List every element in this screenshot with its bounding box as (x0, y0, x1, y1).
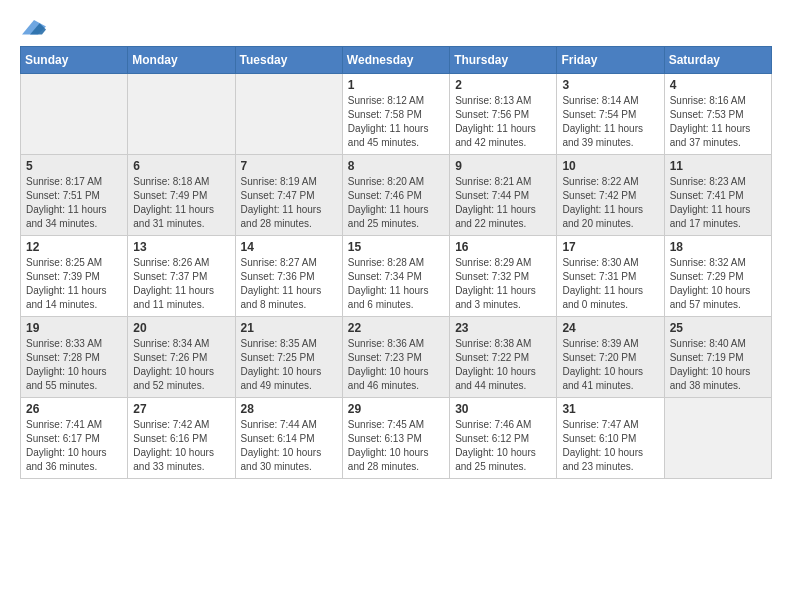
col-header-sunday: Sunday (21, 47, 128, 74)
day-info: Sunrise: 8:20 AM Sunset: 7:46 PM Dayligh… (348, 175, 444, 231)
week-row-4: 19Sunrise: 8:33 AM Sunset: 7:28 PM Dayli… (21, 317, 772, 398)
day-cell: 15Sunrise: 8:28 AM Sunset: 7:34 PM Dayli… (342, 236, 449, 317)
day-info: Sunrise: 8:39 AM Sunset: 7:20 PM Dayligh… (562, 337, 658, 393)
day-info: Sunrise: 8:17 AM Sunset: 7:51 PM Dayligh… (26, 175, 122, 231)
day-number: 5 (26, 159, 122, 173)
day-number: 12 (26, 240, 122, 254)
day-number: 27 (133, 402, 229, 416)
day-info: Sunrise: 7:42 AM Sunset: 6:16 PM Dayligh… (133, 418, 229, 474)
day-cell: 18Sunrise: 8:32 AM Sunset: 7:29 PM Dayli… (664, 236, 771, 317)
day-cell: 23Sunrise: 8:38 AM Sunset: 7:22 PM Dayli… (450, 317, 557, 398)
day-info: Sunrise: 7:44 AM Sunset: 6:14 PM Dayligh… (241, 418, 337, 474)
day-number: 31 (562, 402, 658, 416)
day-cell: 27Sunrise: 7:42 AM Sunset: 6:16 PM Dayli… (128, 398, 235, 479)
logo-icon (22, 16, 46, 40)
day-cell: 12Sunrise: 8:25 AM Sunset: 7:39 PM Dayli… (21, 236, 128, 317)
day-number: 13 (133, 240, 229, 254)
day-info: Sunrise: 8:14 AM Sunset: 7:54 PM Dayligh… (562, 94, 658, 150)
day-number: 20 (133, 321, 229, 335)
day-cell: 2Sunrise: 8:13 AM Sunset: 7:56 PM Daylig… (450, 74, 557, 155)
day-info: Sunrise: 8:34 AM Sunset: 7:26 PM Dayligh… (133, 337, 229, 393)
col-header-thursday: Thursday (450, 47, 557, 74)
day-number: 9 (455, 159, 551, 173)
day-number: 2 (455, 78, 551, 92)
day-info: Sunrise: 8:16 AM Sunset: 7:53 PM Dayligh… (670, 94, 766, 150)
day-info: Sunrise: 8:18 AM Sunset: 7:49 PM Dayligh… (133, 175, 229, 231)
week-row-5: 26Sunrise: 7:41 AM Sunset: 6:17 PM Dayli… (21, 398, 772, 479)
week-row-2: 5Sunrise: 8:17 AM Sunset: 7:51 PM Daylig… (21, 155, 772, 236)
day-cell: 7Sunrise: 8:19 AM Sunset: 7:47 PM Daylig… (235, 155, 342, 236)
day-number: 18 (670, 240, 766, 254)
day-number: 15 (348, 240, 444, 254)
day-number: 24 (562, 321, 658, 335)
day-number: 29 (348, 402, 444, 416)
day-number: 10 (562, 159, 658, 173)
day-info: Sunrise: 8:40 AM Sunset: 7:19 PM Dayligh… (670, 337, 766, 393)
col-header-friday: Friday (557, 47, 664, 74)
day-number: 14 (241, 240, 337, 254)
day-cell: 25Sunrise: 8:40 AM Sunset: 7:19 PM Dayli… (664, 317, 771, 398)
day-info: Sunrise: 8:35 AM Sunset: 7:25 PM Dayligh… (241, 337, 337, 393)
day-number: 11 (670, 159, 766, 173)
day-info: Sunrise: 7:45 AM Sunset: 6:13 PM Dayligh… (348, 418, 444, 474)
day-info: Sunrise: 8:23 AM Sunset: 7:41 PM Dayligh… (670, 175, 766, 231)
day-cell: 30Sunrise: 7:46 AM Sunset: 6:12 PM Dayli… (450, 398, 557, 479)
col-header-tuesday: Tuesday (235, 47, 342, 74)
day-number: 26 (26, 402, 122, 416)
day-cell (128, 74, 235, 155)
day-info: Sunrise: 8:30 AM Sunset: 7:31 PM Dayligh… (562, 256, 658, 312)
day-info: Sunrise: 8:12 AM Sunset: 7:58 PM Dayligh… (348, 94, 444, 150)
day-info: Sunrise: 8:33 AM Sunset: 7:28 PM Dayligh… (26, 337, 122, 393)
header (20, 16, 772, 36)
day-cell: 14Sunrise: 8:27 AM Sunset: 7:36 PM Dayli… (235, 236, 342, 317)
day-number: 6 (133, 159, 229, 173)
day-cell (21, 74, 128, 155)
day-cell: 9Sunrise: 8:21 AM Sunset: 7:44 PM Daylig… (450, 155, 557, 236)
day-cell: 29Sunrise: 7:45 AM Sunset: 6:13 PM Dayli… (342, 398, 449, 479)
day-cell: 8Sunrise: 8:20 AM Sunset: 7:46 PM Daylig… (342, 155, 449, 236)
day-cell: 31Sunrise: 7:47 AM Sunset: 6:10 PM Dayli… (557, 398, 664, 479)
day-cell: 3Sunrise: 8:14 AM Sunset: 7:54 PM Daylig… (557, 74, 664, 155)
day-number: 4 (670, 78, 766, 92)
day-cell: 17Sunrise: 8:30 AM Sunset: 7:31 PM Dayli… (557, 236, 664, 317)
day-cell (664, 398, 771, 479)
day-number: 19 (26, 321, 122, 335)
week-row-1: 1Sunrise: 8:12 AM Sunset: 7:58 PM Daylig… (21, 74, 772, 155)
day-info: Sunrise: 8:25 AM Sunset: 7:39 PM Dayligh… (26, 256, 122, 312)
day-info: Sunrise: 8:19 AM Sunset: 7:47 PM Dayligh… (241, 175, 337, 231)
day-number: 16 (455, 240, 551, 254)
day-number: 17 (562, 240, 658, 254)
day-info: Sunrise: 8:38 AM Sunset: 7:22 PM Dayligh… (455, 337, 551, 393)
day-number: 25 (670, 321, 766, 335)
day-info: Sunrise: 7:41 AM Sunset: 6:17 PM Dayligh… (26, 418, 122, 474)
day-number: 21 (241, 321, 337, 335)
day-cell: 22Sunrise: 8:36 AM Sunset: 7:23 PM Dayli… (342, 317, 449, 398)
col-header-wednesday: Wednesday (342, 47, 449, 74)
header-row: SundayMondayTuesdayWednesdayThursdayFrid… (21, 47, 772, 74)
day-number: 22 (348, 321, 444, 335)
day-cell: 10Sunrise: 8:22 AM Sunset: 7:42 PM Dayli… (557, 155, 664, 236)
week-row-3: 12Sunrise: 8:25 AM Sunset: 7:39 PM Dayli… (21, 236, 772, 317)
day-number: 30 (455, 402, 551, 416)
day-info: Sunrise: 7:47 AM Sunset: 6:10 PM Dayligh… (562, 418, 658, 474)
day-info: Sunrise: 8:28 AM Sunset: 7:34 PM Dayligh… (348, 256, 444, 312)
day-number: 1 (348, 78, 444, 92)
calendar-page: SundayMondayTuesdayWednesdayThursdayFrid… (0, 0, 792, 612)
day-info: Sunrise: 8:29 AM Sunset: 7:32 PM Dayligh… (455, 256, 551, 312)
day-cell: 19Sunrise: 8:33 AM Sunset: 7:28 PM Dayli… (21, 317, 128, 398)
day-cell: 1Sunrise: 8:12 AM Sunset: 7:58 PM Daylig… (342, 74, 449, 155)
day-cell (235, 74, 342, 155)
calendar-table: SundayMondayTuesdayWednesdayThursdayFrid… (20, 46, 772, 479)
day-number: 7 (241, 159, 337, 173)
day-info: Sunrise: 8:22 AM Sunset: 7:42 PM Dayligh… (562, 175, 658, 231)
day-info: Sunrise: 8:27 AM Sunset: 7:36 PM Dayligh… (241, 256, 337, 312)
day-cell: 20Sunrise: 8:34 AM Sunset: 7:26 PM Dayli… (128, 317, 235, 398)
day-cell: 24Sunrise: 8:39 AM Sunset: 7:20 PM Dayli… (557, 317, 664, 398)
day-info: Sunrise: 7:46 AM Sunset: 6:12 PM Dayligh… (455, 418, 551, 474)
day-cell: 5Sunrise: 8:17 AM Sunset: 7:51 PM Daylig… (21, 155, 128, 236)
day-cell: 13Sunrise: 8:26 AM Sunset: 7:37 PM Dayli… (128, 236, 235, 317)
logo (20, 16, 46, 36)
day-cell: 6Sunrise: 8:18 AM Sunset: 7:49 PM Daylig… (128, 155, 235, 236)
day-number: 23 (455, 321, 551, 335)
day-number: 28 (241, 402, 337, 416)
